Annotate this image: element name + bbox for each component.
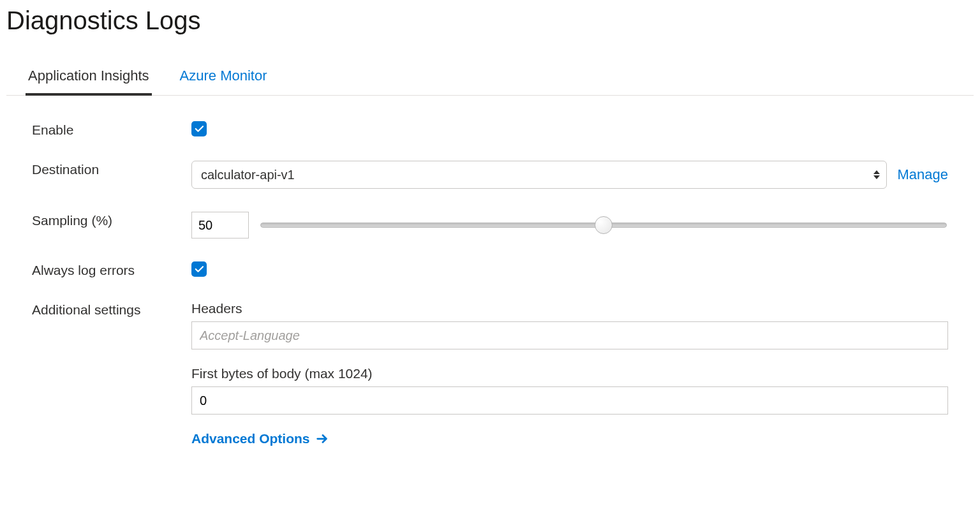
checkmark-icon [193, 123, 205, 135]
updown-icon [873, 170, 880, 179]
row-destination: Destination calculator-api-v1 Manage [32, 161, 974, 189]
always-log-errors-label: Always log errors [32, 261, 191, 278]
headers-input[interactable] [191, 321, 948, 349]
row-always-log-errors: Always log errors [32, 261, 974, 278]
page-title: Diagnostics Logs [6, 6, 974, 35]
additional-settings-label: Additional settings [32, 301, 191, 318]
row-enable: Enable [32, 121, 974, 138]
tab-azure-monitor[interactable]: Azure Monitor [177, 61, 270, 96]
settings-form: Enable Destination calculator-api-v1 Man… [6, 121, 974, 446]
body-bytes-input[interactable] [191, 386, 948, 415]
row-sampling: Sampling (%) [32, 212, 974, 239]
sampling-input[interactable] [191, 212, 249, 239]
headers-section: Headers [191, 301, 948, 349]
destination-select[interactable]: calculator-api-v1 [191, 161, 887, 189]
sampling-slider-wrap [259, 221, 948, 229]
headers-label: Headers [191, 301, 948, 316]
manage-link[interactable]: Manage [897, 166, 948, 183]
tab-application-insights[interactable]: Application Insights [26, 61, 152, 96]
enable-checkbox[interactable] [191, 121, 207, 136]
destination-selected-value: calculator-api-v1 [201, 168, 295, 182]
sampling-label: Sampling (%) [32, 212, 191, 228]
body-bytes-label: First bytes of body (max 1024) [191, 366, 948, 381]
row-additional-settings: Additional settings Headers First bytes … [32, 301, 974, 446]
tabs: Application Insights Azure Monitor [6, 61, 974, 96]
sampling-slider[interactable] [260, 223, 947, 228]
enable-label: Enable [32, 121, 191, 138]
checkmark-icon [193, 263, 205, 275]
destination-label: Destination [32, 161, 191, 177]
body-bytes-section: First bytes of body (max 1024) [191, 366, 948, 415]
arrow-right-icon [315, 432, 329, 446]
advanced-options-label: Advanced Options [191, 431, 310, 446]
always-log-errors-checkbox[interactable] [191, 261, 207, 277]
advanced-options-link[interactable]: Advanced Options [191, 431, 329, 446]
